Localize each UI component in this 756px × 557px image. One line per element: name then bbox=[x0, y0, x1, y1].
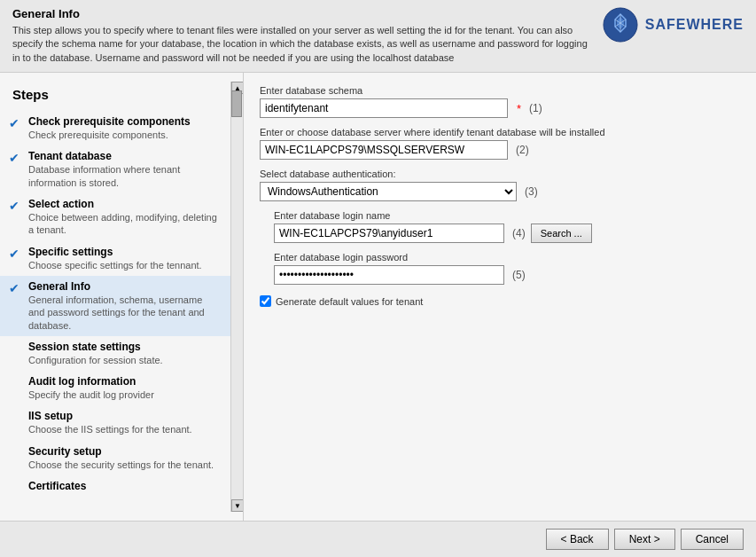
logo-text: SAFEWHERE bbox=[645, 17, 744, 33]
item-title-specific-settings: Specific settings bbox=[28, 246, 218, 258]
field3-select[interactable]: WindowsAuthentication SQLServerAuthentic… bbox=[260, 182, 517, 201]
field4-label: Enter database login name bbox=[274, 210, 740, 221]
item-desc-specific-settings: Choose specific settings for the tennant… bbox=[28, 259, 218, 271]
checkbox-label: Generate default values for tenant bbox=[276, 296, 423, 307]
sidebar-item-session-state[interactable]: Session state settingsConfiguration for … bbox=[0, 336, 230, 371]
field2-row: Enter or choose database server where id… bbox=[260, 127, 740, 160]
field3-num: (3) bbox=[525, 185, 538, 198]
sidebar-item-certificates[interactable]: Certificates bbox=[0, 475, 230, 497]
header-description: This step allows you to specify where to… bbox=[12, 24, 594, 65]
right-panel: Enter database schema * (1) Enter or cho… bbox=[244, 73, 756, 521]
sidebar-items-area: Steps ✔Check prerequisite componentsChec… bbox=[0, 82, 230, 512]
logo-icon bbox=[603, 7, 638, 43]
header: General Info This step allows you to spe… bbox=[0, 0, 756, 73]
scrollbar-thumb[interactable] bbox=[231, 90, 242, 117]
back-button[interactable]: < Back bbox=[546, 529, 609, 550]
sidebar-item-header-check-prereq: ✔Check prerequisite componentsCheck prer… bbox=[9, 115, 218, 141]
field3-input-row: WindowsAuthentication SQLServerAuthentic… bbox=[260, 182, 740, 201]
sidebar-item-iis-setup[interactable]: IIS setupChoose the IIS settings for the… bbox=[0, 405, 230, 440]
field1-label: Enter database schema bbox=[260, 85, 740, 96]
checkmark-icon-specific-settings: ✔ bbox=[9, 247, 23, 261]
item-title-session-state: Session state settings bbox=[28, 341, 218, 353]
field4-input-row: (4) Search ... bbox=[274, 224, 740, 243]
item-desc-select-action: Choice between adding, modifying, deleti… bbox=[28, 211, 218, 237]
item-title-select-action: Select action bbox=[28, 198, 218, 210]
item-content-audit-log: Audit log informationSpecify the audit l… bbox=[28, 375, 218, 401]
cancel-button[interactable]: Cancel bbox=[681, 529, 744, 550]
field1-required-star: * bbox=[517, 102, 521, 115]
scrollbar-down-button[interactable]: ▼ bbox=[231, 499, 244, 512]
field2-num: (2) bbox=[516, 144, 529, 156]
item-desc-session-state: Configuration for session state. bbox=[28, 354, 218, 366]
item-title-tenant-database: Tenant database bbox=[28, 150, 218, 162]
item-desc-iis-setup: Choose the IIS settings for the tenant. bbox=[28, 423, 218, 435]
sidebar-title: Steps bbox=[0, 82, 230, 111]
next-button[interactable]: Next > bbox=[614, 529, 675, 550]
footer: < Back Next > Cancel bbox=[0, 521, 756, 557]
sidebar-item-tenant-database[interactable]: ✔Tenant databaseDatabase information whe… bbox=[0, 145, 230, 193]
field3-label: Select database authentication: bbox=[260, 169, 740, 179]
item-title-certificates: Certificates bbox=[28, 480, 218, 492]
sidebar-scroll-wrapper: Steps ✔Check prerequisite componentsChec… bbox=[0, 82, 243, 512]
item-title-audit-log: Audit log information bbox=[28, 375, 218, 388]
item-desc-general-info: General information, schema, username an… bbox=[28, 294, 218, 332]
item-title-general-info: General Info bbox=[28, 280, 218, 293]
sidebar-item-header-select-action: ✔Select actionChoice between adding, mod… bbox=[9, 198, 218, 237]
field1-num: (1) bbox=[529, 102, 542, 114]
header-title: General Info bbox=[12, 7, 594, 20]
sidebar-item-header-session-state: Session state settingsConfiguration for … bbox=[9, 341, 218, 366]
sidebar-item-check-prereq[interactable]: ✔Check prerequisite componentsCheck prer… bbox=[0, 111, 230, 145]
sidebar-items-container: ✔Check prerequisite componentsCheck prer… bbox=[0, 111, 230, 497]
item-desc-audit-log: Specify the audit log provider bbox=[28, 388, 218, 401]
sidebar-item-header-audit-log: Audit log informationSpecify the audit l… bbox=[9, 375, 218, 401]
item-content-iis-setup: IIS setupChoose the IIS settings for the… bbox=[28, 410, 218, 435]
field4-input[interactable] bbox=[274, 224, 504, 243]
sidebar-item-header-specific-settings: ✔Specific settingsChoose specific settin… bbox=[9, 246, 218, 271]
item-title-security-setup: Security setup bbox=[28, 445, 218, 458]
checkmark-icon-select-action: ✔ bbox=[9, 199, 23, 213]
field1-row: Enter database schema * (1) bbox=[260, 85, 740, 118]
checkbox-row: Generate default values for tenant bbox=[260, 295, 740, 307]
item-content-general-info: General InfoGeneral information, schema,… bbox=[28, 280, 218, 332]
checkmark-icon-tenant-database: ✔ bbox=[9, 151, 23, 165]
sidebar-item-general-info[interactable]: ✔General InfoGeneral information, schema… bbox=[0, 276, 230, 336]
sidebar-item-select-action[interactable]: ✔Select actionChoice between adding, mod… bbox=[0, 193, 230, 241]
field2-label: Enter or choose database server where id… bbox=[260, 127, 740, 137]
field2-input[interactable] bbox=[260, 140, 508, 160]
item-desc-tenant-database: Database information where tenant inform… bbox=[28, 163, 218, 189]
sidebar-item-header-certificates: Certificates bbox=[9, 480, 218, 492]
field4-row: Enter database login name (4) Search ... bbox=[260, 210, 740, 243]
item-content-check-prereq: Check prerequisite componentsCheck prere… bbox=[28, 115, 218, 141]
item-desc-check-prereq: Check prerequisite components. bbox=[28, 129, 218, 141]
generate-defaults-checkbox[interactable] bbox=[260, 295, 271, 307]
field1-input[interactable] bbox=[260, 98, 508, 118]
sidebar-item-security-setup[interactable]: Security setupChoose the security settin… bbox=[0, 441, 230, 475]
field2-input-row: (2) bbox=[260, 140, 740, 160]
item-title-iis-setup: IIS setup bbox=[28, 410, 218, 422]
field5-row: Enter database login password (5) bbox=[260, 252, 740, 285]
search-button[interactable]: Search ... bbox=[531, 224, 592, 243]
sidebar-item-header-security-setup: Security setupChoose the security settin… bbox=[9, 445, 218, 471]
sidebar-item-audit-log[interactable]: Audit log informationSpecify the audit l… bbox=[0, 371, 230, 405]
checkmark-icon-general-info: ✔ bbox=[9, 281, 23, 295]
main-content: Steps ✔Check prerequisite componentsChec… bbox=[0, 73, 756, 521]
scrollbar-track[interactable]: ▲ ▼ bbox=[230, 82, 243, 512]
item-desc-security-setup: Choose the security settings for the ten… bbox=[28, 459, 218, 471]
field4-num: (4) bbox=[512, 227, 526, 239]
sidebar-item-specific-settings[interactable]: ✔Specific settingsChoose specific settin… bbox=[0, 241, 230, 276]
sidebar-item-header-iis-setup: IIS setupChoose the IIS settings for the… bbox=[9, 410, 218, 435]
sidebar-item-header-tenant-database: ✔Tenant databaseDatabase information whe… bbox=[9, 150, 218, 189]
field5-label: Enter database login password bbox=[274, 252, 740, 263]
sidebar-item-header-general-info: ✔General InfoGeneral information, schema… bbox=[9, 280, 218, 332]
item-content-security-setup: Security setupChoose the security settin… bbox=[28, 445, 218, 471]
item-content-session-state: Session state settingsConfiguration for … bbox=[28, 341, 218, 366]
sidebar: Steps ✔Check prerequisite componentsChec… bbox=[0, 73, 244, 521]
field5-input[interactable] bbox=[274, 265, 504, 285]
item-content-certificates: Certificates bbox=[28, 480, 218, 492]
field1-input-row: * (1) bbox=[260, 98, 740, 118]
checkmark-icon-check-prereq: ✔ bbox=[9, 116, 23, 130]
header-text: General Info This step allows you to spe… bbox=[12, 7, 594, 65]
field3-row: Select database authentication: WindowsA… bbox=[260, 169, 740, 201]
field5-input-row: (5) bbox=[274, 265, 740, 285]
field5-num: (5) bbox=[512, 269, 526, 281]
